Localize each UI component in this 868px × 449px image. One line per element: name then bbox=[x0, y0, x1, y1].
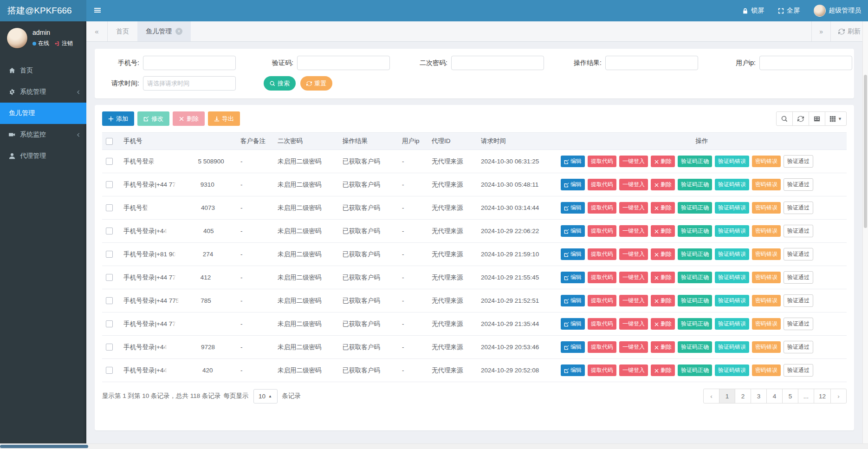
sidebar-item-系统管理[interactable]: 系统管理 bbox=[0, 81, 86, 103]
export-button[interactable]: 导出 bbox=[208, 111, 240, 126]
row-checkbox[interactable] bbox=[106, 181, 113, 188]
column-header-agent-id[interactable]: 代理ID bbox=[428, 133, 477, 150]
captcha-wrong-button[interactable]: 验证码错误 bbox=[715, 225, 749, 237]
brand-logo[interactable]: 搭建@KPKF666 bbox=[0, 0, 86, 21]
extract-code-button[interactable]: 提取代码 bbox=[588, 318, 616, 330]
table-columns-button[interactable]: ▼ bbox=[825, 111, 847, 126]
edit-row-button[interactable]: 编辑 bbox=[561, 318, 585, 330]
delete-button[interactable]: 删除 bbox=[173, 111, 205, 126]
verify-pass-button[interactable]: 验证通过 bbox=[784, 155, 813, 168]
captcha-correct-button[interactable]: 验证码正确 bbox=[678, 341, 712, 353]
password-wrong-button[interactable]: 密码错误 bbox=[752, 272, 781, 283]
page-button-12[interactable]: 12 bbox=[814, 389, 831, 403]
captcha-wrong-button[interactable]: 验证码错误 bbox=[715, 318, 749, 330]
one-key-login-button[interactable]: 一键登入 bbox=[619, 156, 648, 167]
page-button-3[interactable]: 3 bbox=[751, 389, 767, 403]
row-checkbox[interactable] bbox=[106, 158, 113, 165]
table-refresh-button[interactable] bbox=[792, 111, 809, 126]
select-all-checkbox[interactable] bbox=[106, 138, 113, 145]
vertical-scroll-thumb[interactable] bbox=[864, 75, 867, 228]
captcha-correct-button[interactable]: 验证码正确 bbox=[678, 364, 712, 376]
user-menu[interactable]: 超级管理员 bbox=[807, 0, 868, 21]
extract-code-button[interactable]: 提取代码 bbox=[588, 202, 616, 214]
password-wrong-button[interactable]: 密码错误 bbox=[752, 364, 781, 376]
modify-button[interactable]: 修改 bbox=[137, 111, 169, 126]
one-key-login-button[interactable]: 一键登入 bbox=[619, 179, 648, 190]
extract-code-button[interactable]: 提取代码 bbox=[588, 341, 616, 353]
captcha-wrong-button[interactable]: 验证码错误 bbox=[715, 364, 749, 376]
password-wrong-button[interactable]: 密码错误 bbox=[752, 156, 781, 167]
search-field-input[interactable] bbox=[143, 56, 236, 70]
delete-row-button[interactable]: 删除 bbox=[651, 225, 675, 237]
one-key-login-button[interactable]: 一键登入 bbox=[619, 318, 648, 330]
extract-code-button[interactable]: 提取代码 bbox=[588, 248, 616, 260]
delete-row-button[interactable]: 删除 bbox=[651, 179, 675, 190]
captcha-correct-button[interactable]: 验证码正确 bbox=[678, 248, 712, 260]
edit-row-button[interactable]: 编辑 bbox=[561, 272, 585, 283]
password-wrong-button[interactable]: 密码错误 bbox=[752, 248, 781, 260]
search-field-input[interactable] bbox=[451, 56, 544, 70]
column-header-remark[interactable]: 客户备注 bbox=[237, 133, 274, 150]
password-wrong-button[interactable]: 密码错误 bbox=[752, 202, 781, 214]
page-button-5[interactable]: 5 bbox=[782, 389, 798, 403]
one-key-login-button[interactable]: 一键登入 bbox=[619, 202, 648, 214]
captcha-correct-button[interactable]: 验证码正确 bbox=[678, 225, 712, 237]
delete-row-button[interactable]: 删除 bbox=[651, 341, 675, 353]
extract-code-button[interactable]: 提取代码 bbox=[588, 225, 616, 237]
extract-code-button[interactable]: 提取代码 bbox=[588, 295, 616, 306]
edit-row-button[interactable]: 编辑 bbox=[561, 179, 585, 190]
captcha-wrong-button[interactable]: 验证码错误 bbox=[715, 202, 749, 214]
column-header-result[interactable]: 操作结果 bbox=[339, 133, 398, 150]
add-button[interactable]: 添加 bbox=[102, 111, 134, 126]
edit-row-button[interactable]: 编辑 bbox=[561, 156, 585, 167]
row-checkbox[interactable] bbox=[106, 344, 113, 351]
one-key-login-button[interactable]: 一键登入 bbox=[619, 295, 648, 306]
password-wrong-button[interactable]: 密码错误 bbox=[752, 225, 781, 237]
captcha-correct-button[interactable]: 验证码正确 bbox=[678, 295, 712, 306]
verify-pass-button[interactable]: 验证通过 bbox=[784, 202, 813, 214]
captcha-wrong-button[interactable]: 验证码错误 bbox=[715, 156, 749, 167]
fullscreen-button[interactable]: 全屏 bbox=[771, 0, 807, 21]
search-field-input[interactable] bbox=[759, 56, 852, 70]
one-key-login-button[interactable]: 一键登入 bbox=[619, 364, 648, 376]
delete-row-button[interactable]: 删除 bbox=[651, 272, 675, 283]
column-header-phone[interactable]: 手机号 bbox=[120, 133, 237, 150]
row-checkbox[interactable] bbox=[106, 251, 113, 258]
verify-pass-button[interactable]: 验证通过 bbox=[784, 341, 813, 353]
extract-code-button[interactable]: 提取代码 bbox=[588, 156, 616, 167]
delete-row-button[interactable]: 删除 bbox=[651, 364, 675, 376]
one-key-login-button[interactable]: 一键登入 bbox=[619, 225, 648, 237]
sidebar-item-代理管理[interactable]: 代理管理 bbox=[0, 145, 86, 167]
captcha-wrong-button[interactable]: 验证码错误 bbox=[715, 272, 749, 283]
captcha-correct-button[interactable]: 验证码正确 bbox=[678, 156, 712, 167]
horizontal-scrollbar[interactable] bbox=[0, 443, 868, 449]
extract-code-button[interactable]: 提取代码 bbox=[588, 364, 616, 376]
verify-pass-button[interactable]: 验证通过 bbox=[784, 225, 813, 237]
page-button-1[interactable]: 1 bbox=[719, 389, 735, 403]
row-checkbox[interactable] bbox=[106, 228, 113, 234]
password-wrong-button[interactable]: 密码错误 bbox=[752, 341, 781, 353]
verify-pass-button[interactable]: 验证通过 bbox=[784, 271, 813, 284]
one-key-login-button[interactable]: 一键登入 bbox=[619, 272, 648, 283]
logout-link[interactable]: 注销 bbox=[55, 39, 73, 47]
edit-row-button[interactable]: 编辑 bbox=[561, 248, 585, 260]
delete-row-button[interactable]: 删除 bbox=[651, 202, 675, 214]
vertical-scrollbar[interactable] bbox=[862, 21, 868, 443]
edit-row-button[interactable]: 编辑 bbox=[561, 202, 585, 214]
edit-row-button[interactable]: 编辑 bbox=[561, 295, 585, 306]
row-checkbox[interactable] bbox=[106, 204, 113, 211]
search-field-input[interactable] bbox=[605, 56, 698, 70]
captcha-correct-button[interactable]: 验证码正确 bbox=[678, 179, 712, 190]
captcha-correct-button[interactable]: 验证码正确 bbox=[678, 202, 712, 214]
edit-row-button[interactable]: 编辑 bbox=[561, 225, 585, 237]
tab-close-icon[interactable]: × bbox=[175, 28, 182, 35]
sidebar-item-首页[interactable]: 首页 bbox=[0, 60, 86, 81]
page-prev-button[interactable]: ‹ bbox=[703, 389, 719, 403]
table-detail-view-button[interactable] bbox=[809, 111, 825, 126]
request-time-input[interactable] bbox=[143, 76, 236, 91]
page-button-2[interactable]: 2 bbox=[735, 389, 751, 403]
delete-row-button[interactable]: 删除 bbox=[651, 318, 675, 330]
one-key-login-button[interactable]: 一键登入 bbox=[619, 341, 648, 353]
captcha-wrong-button[interactable]: 验证码错误 bbox=[715, 341, 749, 353]
verify-pass-button[interactable]: 验证通过 bbox=[784, 248, 813, 260]
